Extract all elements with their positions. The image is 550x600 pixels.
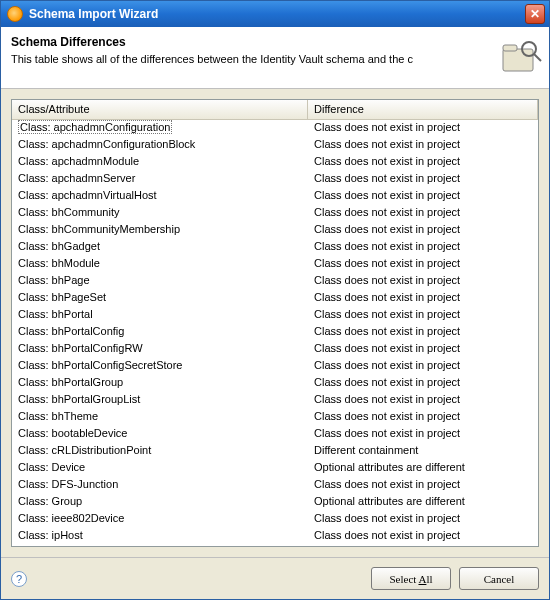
table-row[interactable]: Class: bhGadgetClass does not exist in p… [12,239,538,256]
table-row[interactable]: Class: bhPageClass does not exist in pro… [12,273,538,290]
cell-class-attribute: Class: bhCommunity [12,205,308,222]
cell-difference: Class does not exist in project [308,426,538,443]
cell-class-attribute: Class: bootableDevice [12,426,308,443]
cell-difference: Class does not exist in project [308,205,538,222]
svg-line-3 [534,54,541,61]
table-row[interactable]: Class: bhPortalConfigSecretStoreClass do… [12,358,538,375]
cell-class-attribute: Class: bhPortalConfig [12,324,308,341]
cell-class-attribute: Class: bhPageSet [12,290,308,307]
cell-difference: Class does not exist in project [308,188,538,205]
differences-table: Class/Attribute Difference Class: apchad… [11,99,539,547]
cell-difference: Class does not exist in project [308,358,538,375]
cell-class-attribute: Class: ipHost [12,528,308,545]
page-title: Schema Differences [11,35,539,49]
cell-difference: Class does not exist in project [308,409,538,426]
table-row[interactable]: Class: bhPortalClass does not exist in p… [12,307,538,324]
cell-difference: Class does not exist in project [308,341,538,358]
cell-class-attribute: Class: bhPortalConfigSecretStore [12,358,308,375]
cell-difference: Class does not exist in project [308,171,538,188]
table-row[interactable]: Class: bhThemeClass does not exist in pr… [12,409,538,426]
cell-difference: Class does not exist in project [308,290,538,307]
table-row[interactable]: Class: bhPortalGroupListClass does not e… [12,392,538,409]
wizard-footer: ? Select All Cancel [1,557,549,599]
table-row[interactable]: Class: bhCommunityClass does not exist i… [12,205,538,222]
cell-difference: Class does not exist in project [308,273,538,290]
table-row[interactable]: Class: bhPageSetClass does not exist in … [12,290,538,307]
cell-difference: Class does not exist in project [308,511,538,528]
table-row[interactable]: Class: GroupOptional attributes are diff… [12,494,538,511]
table-row[interactable]: Class: apchadmnConfigurationClass does n… [12,120,538,137]
close-icon: ✕ [530,8,540,20]
table-row[interactable]: Class: DFS-JunctionClass does not exist … [12,477,538,494]
cell-class-attribute: Class: apchadmnConfigurationBlock [12,137,308,154]
cell-class-attribute: Class: ieee802Device [12,511,308,528]
table-row[interactable]: Class: apchadmnConfigurationBlockClass d… [12,137,538,154]
cell-class-attribute: Class: bhPage [12,273,308,290]
cell-class-attribute: Class: bhPortalGroup [12,375,308,392]
table-row[interactable]: Class: bhPortalGroupClass does not exist… [12,375,538,392]
cell-difference: Class does not exist in project [308,120,538,137]
cell-difference: Class does not exist in project [308,256,538,273]
cell-class-attribute: Class: bhPortal [12,307,308,324]
close-button[interactable]: ✕ [525,4,545,24]
table-row[interactable]: Class: bhCommunityMembershipClass does n… [12,222,538,239]
cell-difference: Optional attributes are different [308,494,538,511]
cell-class-attribute: Class: DFS-Junction [12,477,308,494]
cell-class-attribute: Class: bhCommunityMembership [12,222,308,239]
table-row[interactable]: Class: bootableDeviceClass does not exis… [12,426,538,443]
cell-difference: Class does not exist in project [308,324,538,341]
table-body[interactable]: Class: apchadmnConfigurationClass does n… [12,120,538,546]
cell-difference: Class does not exist in project [308,477,538,494]
table-row[interactable]: Class: DeviceOptional attributes are dif… [12,460,538,477]
cell-difference: Class does not exist in project [308,375,538,392]
cell-difference: Different containment [308,443,538,460]
cell-class-attribute: Class: Device [12,460,308,477]
wizard-icon [7,6,23,22]
table-row[interactable]: Class: cRLDistributionPointDifferent con… [12,443,538,460]
cell-class-attribute: Class: apchadmnConfiguration [12,120,308,137]
page-description: This table shows all of the differences … [11,53,539,65]
table-row[interactable]: Class: apchadmnModuleClass does not exis… [12,154,538,171]
help-icon: ? [16,573,22,585]
svg-rect-0 [503,49,533,71]
cell-class-attribute: Class: bhPortalGroupList [12,392,308,409]
content-area: Class/Attribute Difference Class: apchad… [1,89,549,557]
table-row[interactable]: Class: apchadmnVirtualHostClass does not… [12,188,538,205]
cell-class-attribute: Class: apchadmnServer [12,171,308,188]
cell-class-attribute: Class: Group [12,494,308,511]
select-all-button[interactable]: Select All [371,567,451,590]
cell-difference: Class does not exist in project [308,392,538,409]
titlebar: Schema Import Wizard ✕ [1,1,549,27]
table-row[interactable]: Class: bhPortalConfigClass does not exis… [12,324,538,341]
cell-class-attribute: Class: bhPortalConfigRW [12,341,308,358]
cell-difference: Class does not exist in project [308,137,538,154]
help-button[interactable]: ? [11,571,27,587]
schema-folder-icon [499,33,543,77]
table-row[interactable]: Class: bhPortalConfigRWClass does not ex… [12,341,538,358]
table-row[interactable]: Class: ipHostClass does not exist in pro… [12,528,538,545]
cell-difference: Class does not exist in project [308,307,538,324]
table-row[interactable]: Class: bhModuleClass does not exist in p… [12,256,538,273]
window-title: Schema Import Wizard [29,7,158,21]
cell-difference: Class does not exist in project [308,528,538,545]
cell-difference: Optional attributes are different [308,460,538,477]
table-row[interactable]: Class: apchadmnServerClass does not exis… [12,171,538,188]
cell-class-attribute: Class: bhModule [12,256,308,273]
table-row[interactable]: Class: ieee802DeviceClass does not exist… [12,511,538,528]
cell-class-attribute: Class: cRLDistributionPoint [12,443,308,460]
cell-class-attribute: Class: apchadmnVirtualHost [12,188,308,205]
cell-class-attribute: Class: apchadmnModule [12,154,308,171]
cell-difference: Class does not exist in project [308,239,538,256]
wizard-header: Schema Differences This table shows all … [1,27,549,89]
table-header: Class/Attribute Difference [12,100,538,120]
cell-class-attribute: Class: bhTheme [12,409,308,426]
cell-difference: Class does not exist in project [308,154,538,171]
column-header-difference[interactable]: Difference [308,100,538,119]
cell-difference: Class does not exist in project [308,222,538,239]
cell-class-attribute: Class: bhGadget [12,239,308,256]
cancel-button[interactable]: Cancel [459,567,539,590]
column-header-class-attribute[interactable]: Class/Attribute [12,100,308,119]
svg-rect-1 [503,45,517,51]
